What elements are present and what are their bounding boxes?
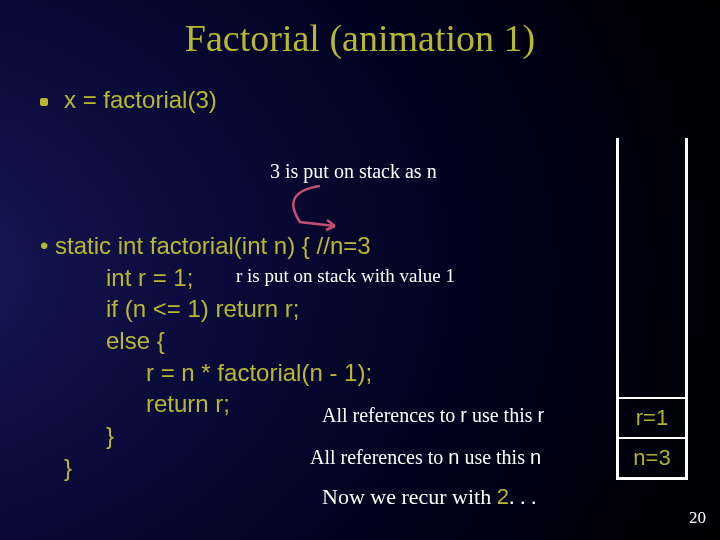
bullet-1-text: x = factorial(3) <box>64 86 217 114</box>
arrow-icon <box>270 182 370 232</box>
call-stack: r=1 n=3 <box>616 138 688 480</box>
annotation-recur: Now we recur with 2. . . <box>322 484 536 510</box>
bullet-1: x = factorial(3) <box>40 86 680 114</box>
stack-cell-r: r=1 <box>619 397 685 437</box>
stack-cell-n: n=3 <box>619 437 685 477</box>
bullet-icon <box>40 98 48 106</box>
page-number: 20 <box>689 508 706 528</box>
code-line-4: r = n * factorial(n - 1); <box>40 357 680 389</box>
code-line-0: • static int factorial(int n) { //n=3 <box>40 230 680 262</box>
annotation-n-ref: All references to n use this n <box>310 446 541 469</box>
content-area: x = factorial(3) <box>0 60 720 114</box>
annotation-r-stack: r is put on stack with value 1 <box>236 265 455 287</box>
slide-title: Factorial (animation 1) <box>0 0 720 60</box>
annotation-stack-n: 3 is put on stack as n <box>270 160 437 183</box>
code-line-2: if (n <= 1) return r; <box>40 293 680 325</box>
code-line-3: else { <box>40 325 680 357</box>
annotation-r-ref: All references to r use this r <box>322 404 544 427</box>
